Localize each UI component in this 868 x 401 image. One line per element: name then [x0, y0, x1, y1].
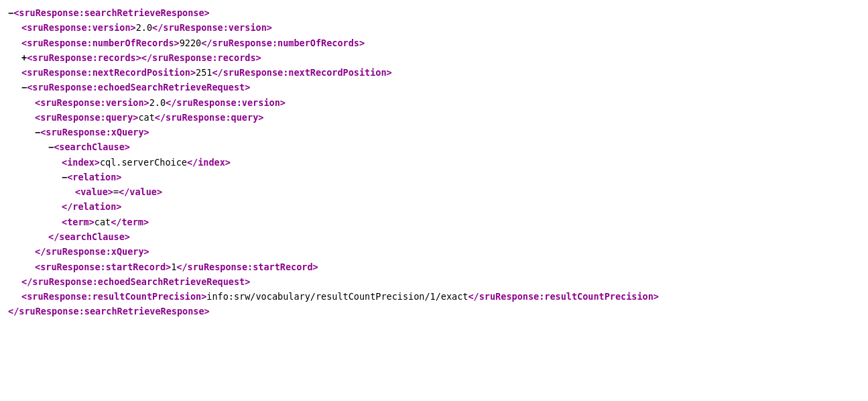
xml-tag: <index>: [62, 157, 100, 168]
xml-tag: <value>: [75, 186, 113, 197]
xml-tag: </sruResponse:version>: [152, 22, 272, 33]
xml-line: </relation>: [8, 199, 860, 214]
xml-tag: <sruResponse:version>: [21, 22, 136, 33]
xml-line: +<sruResponse:records></sruResponse:reco…: [8, 50, 860, 65]
xml-line: −<sruResponse:echoedSearchRetrieveReques…: [8, 80, 860, 95]
toggle-button[interactable]: −: [48, 141, 54, 152]
xml-line: −<sruResponse:xQuery>: [8, 125, 860, 139]
xml-line: <sruResponse:query>cat</sruResponse:quer…: [8, 110, 860, 125]
xml-line: −<searchClause>: [8, 139, 860, 154]
xml-line: <sruResponse:version>2.0</sruResponse:ve…: [8, 20, 860, 35]
xml-viewer: −<sruResponse:searchRetrieveResponse><sr…: [8, 5, 860, 319]
xml-tag: <sruResponse:searchRetrieveResponse>: [13, 7, 210, 18]
toggle-button[interactable]: −: [62, 172, 67, 182]
xml-tag: </sruResponse:echoedSearchRetrieveReques…: [21, 276, 250, 287]
toggle-button[interactable]: −: [35, 127, 40, 137]
xml-line: <term>cat</term>: [8, 215, 860, 229]
toggle-button[interactable]: −: [21, 82, 27, 93]
xml-tag: <searchClause>: [54, 141, 130, 152]
xml-tag: </searchClause>: [48, 231, 130, 242]
xml-line: −<relation>: [8, 170, 860, 184]
xml-tag: <sruResponse:xQuery>: [40, 127, 149, 137]
xml-line: <sruResponse:nextRecordPosition>251</sru…: [8, 65, 860, 80]
xml-line: <sruResponse:resultCountPrecision>info:s…: [8, 289, 860, 304]
xml-tag: </term>: [111, 217, 149, 227]
xml-text: =: [113, 186, 119, 197]
xml-tag: </sruResponse:numberOfRecords>: [201, 38, 365, 48]
xml-text: 9220: [180, 38, 202, 48]
toggle-button[interactable]: +: [21, 52, 27, 63]
xml-line: <value>=</value>: [8, 184, 860, 199]
xml-tag: <term>: [62, 217, 95, 227]
xml-line: −<sruResponse:searchRetrieveResponse>: [8, 5, 860, 20]
xml-tag: <sruResponse:resultCountPrecision>: [21, 291, 206, 302]
xml-tag: <sruResponse:query>: [35, 112, 138, 123]
xml-tag: </sruResponse:resultCountPrecision>: [468, 291, 658, 302]
xml-tag: </sruResponse:version>: [166, 97, 286, 108]
xml-line: <index>cql.serverChoice</index>: [8, 155, 860, 170]
xml-tag: </sruResponse:nextRecordPosition>: [212, 67, 391, 78]
xml-tag: </value>: [119, 186, 162, 197]
xml-tag: <sruResponse:records>: [27, 52, 141, 63]
xml-text: 2.0: [149, 97, 166, 108]
xml-tag: </sruResponse:searchRetrieveResponse>: [8, 306, 210, 317]
xml-tag: </sruResponse:xQuery>: [35, 246, 149, 257]
xml-text: cat: [95, 217, 111, 227]
xml-text: cat: [138, 112, 154, 123]
xml-text: info:srw/vocabulary/resultCountPrecision…: [206, 291, 468, 302]
xml-text: 251: [196, 67, 212, 78]
xml-line: </searchClause>: [8, 229, 860, 244]
xml-text: cql.serverChoice: [100, 157, 187, 168]
xml-line: </sruResponse:echoedSearchRetrieveReques…: [8, 274, 860, 289]
xml-line: <sruResponse:startRecord>1</sruResponse:…: [8, 260, 860, 274]
xml-tag: <sruResponse:numberOfRecords>: [21, 38, 180, 48]
xml-line: <sruResponse:numberOfRecords>9220</sruRe…: [8, 36, 860, 50]
xml-tag: <sruResponse:startRecord>: [35, 262, 171, 272]
xml-tag: </relation>: [62, 201, 121, 212]
toggle-button[interactable]: −: [8, 7, 13, 18]
xml-tag: </sruResponse:query>: [155, 112, 264, 123]
xml-line: <sruResponse:version>2.0</sruResponse:ve…: [8, 95, 860, 110]
xml-line: </sruResponse:searchRetrieveResponse>: [8, 304, 860, 319]
xml-tag: <sruResponse:version>: [35, 97, 149, 108]
xml-tag: <sruResponse:nextRecordPosition>: [21, 67, 196, 78]
xml-tag: </index>: [187, 157, 231, 168]
xml-tag: </sruResponse:records>: [141, 52, 261, 63]
xml-line: </sruResponse:xQuery>: [8, 244, 860, 259]
xml-tag: <relation>: [67, 172, 121, 182]
xml-text: 2.0: [136, 22, 152, 33]
xml-tag: <sruResponse:echoedSearchRetrieveRequest…: [27, 82, 250, 93]
xml-tag: </sruResponse:startRecord>: [176, 262, 318, 272]
